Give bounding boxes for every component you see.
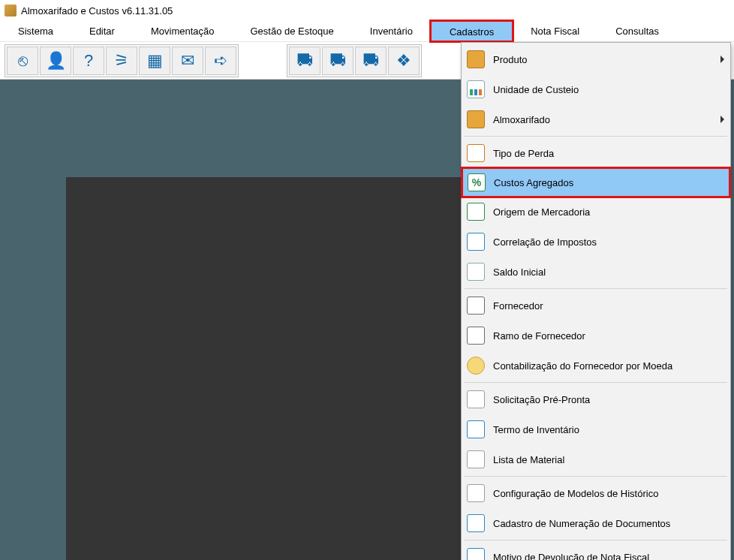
- ic-box-icon: [466, 50, 486, 69]
- menu-item-label: Motivo de Devolução de Nota Fiscal: [493, 552, 724, 561]
- org-chart-icon[interactable]: ⚞: [106, 47, 137, 75]
- menu-item-motivo-de-devolucao-de-nota-fiscal[interactable]: Motivo de Devolução de Nota Fiscal: [462, 542, 730, 560]
- barcode-icon[interactable]: ❖: [388, 47, 420, 75]
- ic-cfg-icon: [466, 483, 486, 503]
- ic-list-icon: [466, 450, 486, 469]
- menu-item-label: Termo de Inventário: [493, 424, 724, 435]
- menu-item-almoxarifado[interactable]: Almoxarifado: [462, 104, 730, 134]
- menu-item-label: Unidade de Custeio: [493, 84, 724, 95]
- user-key-icon[interactable]: 👤: [40, 47, 71, 75]
- help-icon[interactable]: ?: [73, 47, 104, 75]
- menu-inventario[interactable]: Inventário: [352, 21, 431, 41]
- ic-chart-icon: [466, 80, 486, 99]
- menu-item-origem-de-mercadoria[interactable]: Origem de Mercadoria: [462, 197, 730, 227]
- menu-nota-fiscal[interactable]: Nota Fiscal: [513, 21, 597, 41]
- menu-item-correlacao-de-impostos[interactable]: Correlação de Impostos: [462, 227, 730, 257]
- menu-item-termo-de-inventario[interactable]: Termo de Inventário: [462, 414, 730, 444]
- menu-item-label: Lista de Material: [493, 454, 724, 465]
- ic-balance-icon: [466, 262, 486, 282]
- menu-item-produto[interactable]: Produto: [462, 44, 730, 74]
- truck-cancel-icon[interactable]: ⛟: [289, 47, 320, 75]
- ic-clip-icon: [466, 143, 486, 163]
- menu-item-label: Cadastro de Numeração de Documentos: [493, 518, 724, 529]
- menu-item-fornecedor[interactable]: Fornecedor: [462, 291, 730, 321]
- menu-item-label: Custos Agregados: [494, 177, 723, 188]
- menu-item-label: Saldo Inicial: [493, 266, 724, 278]
- ic-supp-icon: [466, 296, 486, 315]
- chevron-right-icon: [720, 116, 724, 123]
- app-icon: [5, 5, 17, 17]
- menu-item-cadastro-de-numeracao-de-documentos[interactable]: Cadastro de Numeração de Documentos: [462, 508, 730, 538]
- menubar: SistemaEditarMovimentaçãoGestão de Estoq…: [0, 21, 734, 42]
- edit-grid-icon[interactable]: ▦: [139, 47, 170, 75]
- ic-invt-icon: [466, 420, 486, 439]
- menu-separator: [465, 136, 727, 137]
- toolbar-group-main: ⎋👤?⚞▦✉➪: [5, 44, 239, 77]
- truck-box-icon[interactable]: ⛟: [355, 47, 387, 75]
- menu-item-ramo-de-fornecedor[interactable]: Ramo de Fornecedor: [462, 321, 730, 351]
- ic-tax-icon: [466, 232, 486, 251]
- window-title: Almoxarifado e Custos v6.11.31.05: [21, 5, 173, 17]
- menu-gestao-de-estoque[interactable]: Gestão de Estoque: [232, 21, 351, 41]
- menu-item-custos-agregados[interactable]: %Custos Agregados: [462, 167, 730, 197]
- ic-pct-icon: %: [467, 173, 486, 192]
- menu-item-lista-de-material[interactable]: Lista de Material: [462, 444, 730, 474]
- toolbar-group-movement: ⛟⛟⛟❖: [287, 44, 422, 77]
- menu-editar[interactable]: Editar: [71, 21, 133, 41]
- menu-item-saldo-inicial[interactable]: Saldo Inicial: [462, 257, 730, 287]
- menu-sistema[interactable]: Sistema: [0, 21, 71, 41]
- menu-separator: [465, 288, 727, 289]
- menu-separator: [465, 382, 727, 383]
- menu-movimentacao[interactable]: Movimentação: [133, 21, 233, 41]
- menu-item-unidade-de-custeio[interactable]: Unidade de Custeio: [462, 74, 730, 104]
- menu-separator: [465, 476, 727, 477]
- menu-item-solicitacao-pre-pronta[interactable]: Solicitação Pré-Pronta: [462, 384, 730, 414]
- menu-item-label: Solicitação Pré-Pronta: [493, 394, 724, 405]
- menu-item-label: Tipo de Perda: [493, 148, 724, 159]
- ic-return-icon: [466, 547, 486, 560]
- window-titlebar: Almoxarifado e Custos v6.11.31.05: [0, 0, 734, 21]
- menu-item-configuracao-de-modelos-de-historico[interactable]: Configuração de Modelos de Histórico: [462, 478, 730, 508]
- ic-ware-icon: [466, 110, 486, 129]
- menu-item-contabilizacao-do-fornecedor-por-moeda[interactable]: Contabilização do Fornecedor por Moeda: [462, 351, 730, 381]
- ic-branch-icon: [466, 326, 486, 345]
- truck-add-icon[interactable]: ⛟: [322, 47, 353, 75]
- menu-cadastros-dropdown: ProdutoUnidade de CusteioAlmoxarifadoTip…: [461, 42, 731, 560]
- exit-icon[interactable]: ⎋: [7, 47, 38, 75]
- ic-origin-icon: [466, 202, 486, 221]
- chevron-right-icon: [720, 56, 724, 63]
- menu-separator: [465, 540, 727, 540]
- menu-cadastros[interactable]: Cadastros: [431, 21, 513, 41]
- menu-item-label: Origem de Mercadoria: [493, 206, 724, 218]
- menu-item-label: Ramo de Fornecedor: [493, 330, 724, 342]
- ic-coins-icon: [466, 356, 486, 375]
- mail-send-icon[interactable]: ➪: [205, 47, 236, 75]
- menu-item-label: Almoxarifado: [493, 114, 717, 125]
- menu-item-label: Correlação de Impostos: [493, 236, 724, 248]
- menu-item-label: Contabilização do Fornecedor por Moeda: [493, 360, 724, 372]
- menu-item-tipo-de-perda[interactable]: Tipo de Perda: [462, 138, 730, 168]
- menu-item-label: Configuração de Modelos de Histórico: [493, 488, 724, 499]
- menu-item-label: Produto: [493, 54, 717, 65]
- ic-num-icon: [466, 513, 486, 533]
- ic-doc-icon: [466, 390, 486, 409]
- menu-item-label: Fornecedor: [493, 300, 724, 312]
- menu-consultas[interactable]: Consultas: [597, 21, 677, 41]
- mail-icon[interactable]: ✉: [172, 47, 203, 75]
